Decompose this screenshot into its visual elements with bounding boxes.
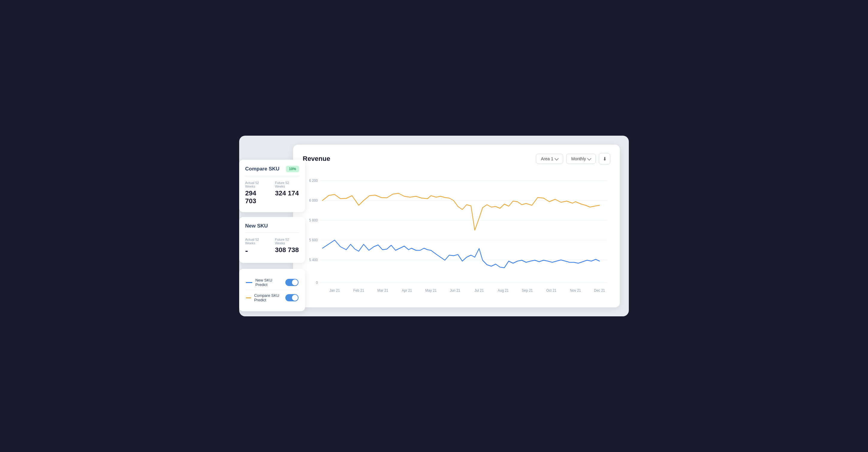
new-sku-legend-label: New SKU Predict: [255, 278, 285, 287]
compare-sku-future-label: Future 52 Weeks: [275, 181, 299, 188]
compare-sku-legend-label: Compare SKU Predict: [254, 293, 285, 302]
new-sku-line-icon: [246, 282, 252, 283]
header-controls: Area 1 Monthly ⬇: [536, 153, 610, 165]
compare-sku-toggle[interactable]: [285, 294, 299, 301]
main-card: Revenue Area 1 Monthly ⬇: [293, 145, 620, 307]
chart-area: 6 200 6 000 5 800 5 600 5 400 0 Jan 21 F…: [303, 172, 610, 298]
new-sku-actual: Actual 52 Weeks -: [245, 238, 269, 256]
new-sku-future: Future 52 Weeks 308 738: [275, 238, 299, 256]
period-dropdown[interactable]: Monthly: [566, 154, 596, 164]
compare-sku-line: [322, 193, 599, 230]
outer-container: Compare SKU 10% Actual 52 Weeks 294 703 …: [239, 136, 629, 316]
left-cards-panel: Compare SKU 10% Actual 52 Weeks 294 703 …: [239, 160, 299, 311]
area-chevron-icon: [555, 156, 559, 160]
svg-text:6 200: 6 200: [309, 178, 318, 183]
download-button[interactable]: ⬇: [599, 153, 610, 165]
svg-text:Jul 21: Jul 21: [474, 288, 484, 293]
svg-text:0: 0: [316, 281, 318, 285]
svg-text:Jun 21: Jun 21: [450, 288, 460, 293]
compare-sku-line-icon: [246, 298, 251, 298]
compare-sku-future: Future 52 Weeks 324 174: [275, 181, 299, 205]
svg-text:Oct 21: Oct 21: [546, 288, 556, 293]
compare-sku-actual-value: 294 703: [245, 189, 269, 205]
legend-compare-sku: Compare SKU Predict: [246, 290, 299, 305]
compare-sku-card: Compare SKU 10% Actual 52 Weeks 294 703 …: [239, 160, 305, 212]
revenue-chart: 6 200 6 000 5 800 5 600 5 400 0 Jan 21 F…: [303, 172, 610, 298]
new-sku-future-label: Future 52 Weeks: [275, 238, 299, 245]
compare-sku-title: Compare SKU: [245, 166, 279, 172]
divider-1: [245, 176, 299, 176]
compare-sku-badge: 10%: [286, 166, 299, 172]
area-dropdown[interactable]: Area 1: [536, 154, 563, 164]
area-dropdown-label: Area 1: [541, 157, 553, 161]
legend-compare-sku-left: Compare SKU Predict: [246, 293, 285, 302]
new-sku-line: [322, 240, 599, 268]
card-title: Revenue: [303, 155, 330, 163]
new-sku-actual-label: Actual 52 Weeks: [245, 238, 269, 245]
new-sku-title: New SKU: [245, 223, 268, 229]
new-sku-future-value: 308 738: [275, 246, 299, 254]
legend-card: New SKU Predict Compare SKU Predict: [239, 269, 305, 311]
svg-text:5 800: 5 800: [309, 218, 318, 222]
svg-text:Apr 21: Apr 21: [402, 288, 412, 293]
compare-sku-actual-label: Actual 52 Weeks: [245, 181, 269, 188]
svg-text:Feb 21: Feb 21: [353, 288, 364, 293]
svg-text:6 000: 6 000: [309, 198, 318, 203]
period-chevron-icon: [587, 156, 591, 160]
new-sku-card: New SKU Actual 52 Weeks - Future 52 Week…: [239, 217, 305, 263]
download-icon: ⬇: [603, 156, 607, 162]
svg-text:5 400: 5 400: [309, 258, 318, 262]
new-sku-actual-value: -: [245, 246, 269, 256]
svg-text:Dec 21: Dec 21: [594, 288, 605, 293]
compare-sku-actual: Actual 52 Weeks 294 703: [245, 181, 269, 205]
svg-text:Aug 21: Aug 21: [498, 288, 508, 293]
svg-text:Mar 21: Mar 21: [377, 288, 388, 293]
svg-text:Nov 21: Nov 21: [570, 288, 581, 293]
svg-text:Jan 21: Jan 21: [330, 288, 340, 293]
legend-new-sku: New SKU Predict: [246, 275, 299, 290]
svg-text:Sep 21: Sep 21: [522, 288, 533, 293]
card-header: Revenue Area 1 Monthly ⬇: [303, 153, 610, 165]
period-dropdown-label: Monthly: [571, 157, 586, 161]
svg-text:5 600: 5 600: [309, 238, 318, 242]
svg-text:May 21: May 21: [425, 288, 437, 293]
new-sku-toggle[interactable]: [285, 279, 299, 286]
legend-new-sku-left: New SKU Predict: [246, 278, 285, 287]
new-sku-stats: Actual 52 Weeks - Future 52 Weeks 308 73…: [245, 238, 299, 256]
compare-sku-future-value: 324 174: [275, 189, 299, 197]
compare-sku-stats: Actual 52 Weeks 294 703 Future 52 Weeks …: [245, 181, 299, 205]
